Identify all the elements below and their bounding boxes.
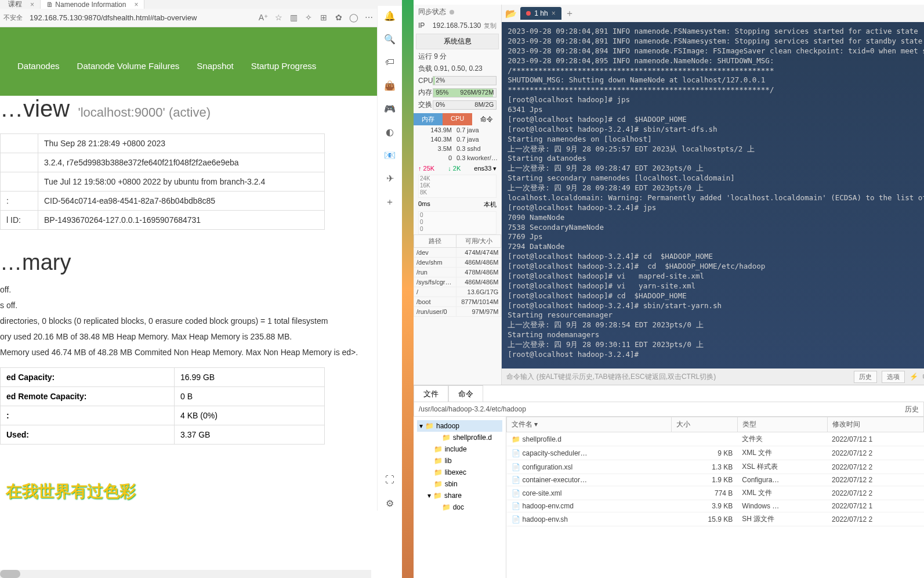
nav-startup[interactable]: Startup Progress <box>251 61 317 96</box>
col-modified[interactable]: 修改时间 <box>827 417 923 432</box>
address-bar: 不安全 192.168.75.130:9870/dfshealth.html#t… <box>0 9 402 27</box>
tab-commands[interactable]: 命令 <box>448 385 483 402</box>
favorite-icon[interactable]: ☆ <box>273 13 284 23</box>
latency-chart: 000 <box>418 211 497 234</box>
swap-bar: 0%8M/2G <box>433 100 497 110</box>
disk-row[interactable]: /run478M/486M <box>414 268 501 277</box>
power-icon[interactable]: ⚡ <box>909 373 918 381</box>
system-info-button[interactable]: 系统信息 <box>416 34 499 49</box>
file-list: 文件名 ▾ 大小 类型 修改时间 📁shellprofile.d文件夹2022/… <box>506 417 924 578</box>
tree-node[interactable]: 📁 libexec <box>425 467 502 478</box>
file-row[interactable]: 📄configuration.xsl1.3 KBXSL 样式表2022/07/1… <box>507 460 924 474</box>
horizontal-scrollbar[interactable] <box>0 570 371 578</box>
search-icon[interactable]: 🔍 <box>383 34 396 46</box>
swap-label: 交换 <box>418 100 432 110</box>
copy-button[interactable]: 复制 <box>484 21 497 30</box>
tree-node[interactable]: ▾ 📁 hadoop <box>417 420 502 432</box>
screenshot-icon[interactable]: ⛶ <box>383 475 396 487</box>
terminal-output[interactable]: 2023-09-28 09:28:04,891 INFO namenode.FS… <box>502 22 924 369</box>
tree-node[interactable]: ▾ 📁 share <box>425 490 502 501</box>
load-avg: 负载 0.91, 0.50, 0.23 <box>414 63 501 75</box>
capacity-table: ed Capacity:16.99 GB ed Remote Capacity:… <box>0 367 325 445</box>
terminal-tab[interactable]: 1 hh× <box>520 7 561 20</box>
add-favorite-icon[interactable]: ✧ <box>303 13 314 23</box>
disk-row[interactable]: /13.6G/17G <box>414 287 501 297</box>
profile-icon[interactable]: ◯ <box>349 13 359 23</box>
close-icon[interactable]: × <box>134 1 138 9</box>
tree-node[interactable]: 📁 sbin <box>425 478 502 490</box>
disk-row[interactable]: /run/user/097M/97M <box>414 307 501 317</box>
process-row[interactable]: 00.3 kworker/… <box>414 153 501 162</box>
file-row[interactable]: 📄core-site.xml774 BXML 文件2022/07/12 2 <box>507 486 924 500</box>
file-row[interactable]: 📄container-executor…1.9 KBConfigura…2022… <box>507 474 924 486</box>
col-name[interactable]: 文件名 ▾ <box>507 417 672 432</box>
tree-node[interactable]: 📁 lib <box>425 455 502 467</box>
new-tab-icon[interactable]: ＋ <box>565 8 574 20</box>
net-latency: 0ms <box>418 200 430 209</box>
titlebar[interactable] <box>414 0 924 5</box>
options-button[interactable]: 选项 <box>882 371 905 383</box>
history-button[interactable]: 历史 <box>854 371 877 383</box>
close-icon[interactable]: × <box>552 9 556 17</box>
disk-row[interactable]: /sys/fs/cgr…486M/486M <box>414 277 501 287</box>
extensions-icon[interactable]: ⊞ <box>318 13 329 23</box>
path-input[interactable]: /usr/local/hadoop-3.2.4/etc/hadoop <box>419 405 526 413</box>
file-row[interactable]: 📁shellprofile.d文件夹2022/07/12 1 <box>507 432 924 446</box>
process-row[interactable]: 3.5M0.3 sshd <box>414 144 501 153</box>
close-icon[interactable]: × <box>30 1 34 9</box>
process-row[interactable]: 143.9M0.7 java <box>414 125 501 135</box>
overview-table: Thu Sep 28 21:28:49 +0800 2023 3.2.4, r7… <box>0 133 325 230</box>
tree-node[interactable]: 📁 doc <box>433 501 502 513</box>
video-subtitle-overlay: 在我世界有过色彩 <box>6 481 136 503</box>
nav-datanodes[interactable]: Datanodes <box>17 61 60 96</box>
status-dot-icon <box>526 11 531 16</box>
tab-files[interactable]: 文件 <box>414 385 448 402</box>
tag-icon[interactable]: 🏷 <box>383 57 396 70</box>
browser-tabs: 课程× 🗎 Namenode Information× <box>0 0 402 9</box>
proc-tab-cpu[interactable]: CPU <box>443 113 472 125</box>
apps-icon[interactable]: ✿ <box>334 13 344 23</box>
col-type[interactable]: 类型 <box>737 417 827 432</box>
path-history-button[interactable]: 历史 <box>905 404 919 414</box>
disk-row[interactable]: /dev474M/474M <box>414 248 501 258</box>
cpu-label: CPU <box>418 77 433 85</box>
disk-row[interactable]: /dev/shm486M/486M <box>414 258 501 268</box>
settings-icon[interactable]: ⚙ <box>383 498 396 511</box>
disk-row[interactable]: /boot877M/1014M <box>414 297 501 307</box>
url-field[interactable]: 192.168.75.130:9870/dfshealth.html#tab-o… <box>27 12 253 23</box>
net-interface-select[interactable]: ens33 ▾ <box>474 165 497 172</box>
net-host[interactable]: 本机 <box>484 200 497 209</box>
nav-snapshot[interactable]: Snapshot <box>197 61 233 96</box>
summary-text: ory used 20.16 MB of 38.48 MB Heap Memor… <box>0 331 402 343</box>
browser-window: 课程× 🗎 Namenode Information× 不安全 192.168.… <box>0 0 402 578</box>
col-size[interactable]: 大小 <box>672 417 737 432</box>
collections-icon[interactable]: ▥ <box>288 13 299 23</box>
outlook-icon[interactable]: 📧 <box>383 150 396 162</box>
bell-icon[interactable]: 🔔 <box>383 10 396 23</box>
read-aloud-icon[interactable]: A⁺ <box>258 13 269 23</box>
folder-open-icon[interactable]: 📂 <box>505 8 517 19</box>
copilot-icon[interactable]: ◐ <box>383 127 396 139</box>
security-badge[interactable]: 不安全 <box>3 13 23 22</box>
proc-tab-cmd[interactable]: 命令 <box>472 113 501 125</box>
send-icon[interactable]: ✈ <box>383 173 396 186</box>
summary-text: off. <box>0 284 402 296</box>
page-title: …view <box>0 96 70 121</box>
tree-node[interactable]: 📁 shellprofile.d <box>433 432 502 443</box>
file-row[interactable]: 📄hadoop-env.cmd3.9 KBWindows …2022/07/12… <box>507 500 924 512</box>
file-row[interactable]: 📄capacity-scheduler…9 KBXML 文件2022/07/12… <box>507 446 924 460</box>
proc-tab-mem[interactable]: 内存 <box>414 113 443 125</box>
shopping-icon[interactable]: 👜 <box>383 80 396 93</box>
ip-label: IP <box>418 21 425 30</box>
file-row[interactable]: 📄hadoop-env.sh15.9 KBSH 源文件2022/07/12 2 <box>507 512 924 526</box>
command-input[interactable]: 命令输入 (按ALT键提示历史,TAB键路径,ESC键返回,双击CTRL切换) <box>506 372 849 382</box>
more-icon[interactable]: ⋯ <box>364 13 374 23</box>
process-row[interactable]: 140.3M0.7 java <box>414 135 501 144</box>
add-icon[interactable]: ＋ <box>383 196 396 209</box>
net-upload: ↑ 25K <box>418 165 434 172</box>
games-icon[interactable]: 🎮 <box>383 103 396 116</box>
terminal-panel: 📂 1 hh× ＋ 2023-09-28 09:28:04,891 INFO n… <box>502 5 924 385</box>
nav-volume-failures[interactable]: Datanode Volume Failures <box>77 61 180 96</box>
tree-node[interactable]: 📁 include <box>425 443 502 455</box>
sync-status: 同步状态 <box>414 5 501 19</box>
